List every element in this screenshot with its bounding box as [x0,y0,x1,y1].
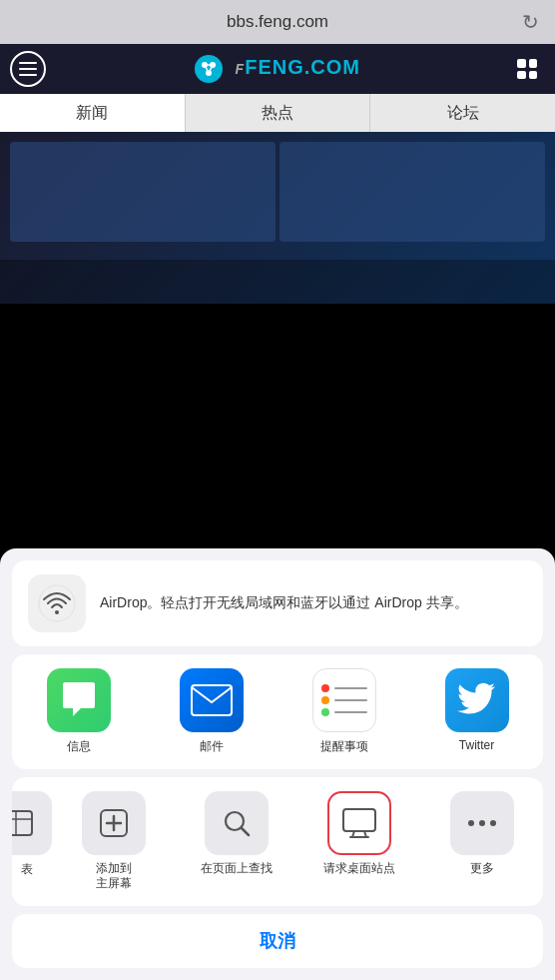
find-on-page-icon [205,791,269,855]
mail-label: 邮件 [200,738,224,755]
airdrop-icon [28,574,86,632]
find-on-page-label: 在页面上查找 [201,861,273,877]
reminders-label: 提醒事项 [320,738,368,755]
feng-logo: FFENG.COM [46,55,509,83]
feng-navbar: FFENG.COM [0,44,555,94]
app-reminders[interactable]: 提醒事项 [278,668,410,755]
twitter-label: Twitter [459,738,494,752]
svg-point-3 [195,55,223,83]
messages-icon [47,668,111,732]
more-icon [450,791,514,855]
action-more[interactable]: 更多 [420,791,543,877]
action-partial[interactable]: 表 [12,791,52,878]
more-dots [468,820,496,826]
partial-icon [12,791,52,855]
action-add-home[interactable]: 添加到 主屏幕 [52,791,175,892]
action-find-on-page[interactable]: 在页面上查找 [175,791,297,877]
grid-icon [517,59,537,79]
add-home-label: 添加到 主屏幕 [96,861,132,892]
app-messages[interactable]: 信息 [12,668,145,755]
grid-button[interactable] [509,51,545,87]
messages-label: 信息 [67,738,91,755]
cancel-button[interactable]: 取消 [12,914,543,968]
svg-rect-2 [19,74,37,76]
request-desktop-icon [327,791,391,855]
app-twitter[interactable]: Twitter [410,668,543,752]
more-label: 更多 [470,861,494,877]
add-home-icon [82,791,146,855]
tab-hot[interactable]: 热点 [186,94,371,132]
share-sheet-overlay: AirDrop。轻点打开无线局域网和蓝牙以通过 AirDrop 共享。 信息 [0,260,555,980]
reminders-icon [312,668,376,732]
feng-tabs: 新闻 热点 论坛 [0,94,555,132]
browser-url[interactable]: bbs.feng.com [227,12,328,32]
menu-button[interactable] [10,51,46,87]
app-mail[interactable]: 邮件 [145,668,278,755]
share-sheet: AirDrop。轻点打开无线局域网和蓝牙以通过 AirDrop 共享。 信息 [0,548,555,980]
svg-rect-0 [19,62,37,64]
tab-forum[interactable]: 论坛 [370,94,555,132]
request-desktop-label: 请求桌面站点 [323,861,395,877]
svg-rect-13 [12,811,32,835]
cancel-label: 取消 [260,929,295,953]
content-image-1 [10,142,276,242]
content-images [0,132,555,252]
action-request-desktop[interactable]: 请求桌面站点 [297,791,420,877]
airdrop-section[interactable]: AirDrop。轻点打开无线局域网和蓝牙以通过 AirDrop 共享。 [12,560,543,646]
partial-label: 表 [12,861,52,878]
svg-point-11 [55,610,59,614]
svg-rect-1 [19,68,37,70]
tab-news[interactable]: 新闻 [0,94,186,132]
feng-logo-text: FFENG.COM [236,56,360,78]
svg-line-20 [242,828,249,835]
airdrop-description: AirDrop。轻点打开无线局域网和蓝牙以通过 AirDrop 共享。 [100,592,468,613]
content-image-2 [279,142,545,242]
apps-section: 信息 邮件 [12,654,543,769]
svg-rect-12 [192,685,232,715]
reload-button[interactable]: ↻ [522,10,539,34]
mail-icon [180,668,244,732]
twitter-icon [445,668,509,732]
svg-rect-21 [343,809,375,831]
actions-section: 表 添加到 主屏幕 [12,777,543,906]
browser-bar: bbs.feng.com ↻ [0,0,555,44]
